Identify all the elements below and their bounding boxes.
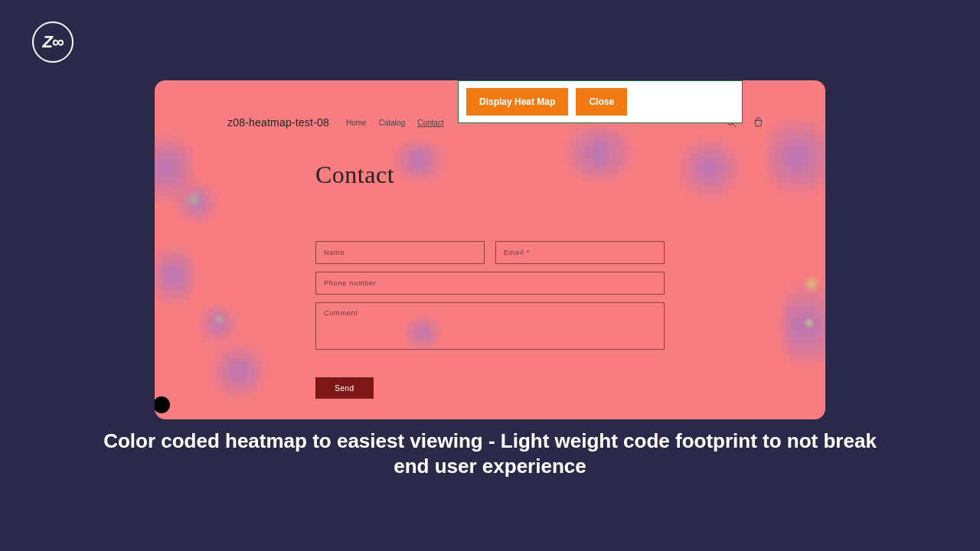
nav-catalog[interactable]: Catalog — [379, 119, 405, 127]
phone-field[interactable]: Phone number — [315, 272, 665, 295]
email-field[interactable]: Email * — [495, 241, 665, 264]
brand-logo-text: Z∞ — [42, 32, 63, 52]
marketing-caption: Color coded heatmap to easiest viewing -… — [0, 429, 980, 478]
svg-line-1 — [733, 124, 736, 127]
site-title: z08-heatmap-test-08 — [227, 116, 329, 129]
comment-field[interactable]: Comment — [315, 302, 665, 350]
heatmap-toolbar: Display Heat Map Close — [458, 80, 743, 123]
name-field[interactable]: Name — [315, 241, 485, 264]
app-screenshot: Display Heat Map Close z08-heatmap-test-… — [155, 80, 825, 419]
nav-contact[interactable]: Contact — [417, 119, 443, 127]
display-heatmap-button[interactable]: Display Heat Map — [466, 88, 568, 116]
nav-home[interactable]: Home — [346, 119, 367, 127]
close-button[interactable]: Close — [576, 88, 627, 116]
contact-form: Name Email * Phone number Comment Send — [315, 241, 665, 399]
accessibility-icon[interactable] — [155, 396, 170, 413]
send-button[interactable]: Send — [315, 377, 374, 399]
cart-icon[interactable] — [753, 117, 764, 129]
page-title: Contact — [315, 161, 394, 189]
brand-logo: Z∞ — [32, 21, 74, 63]
main-nav: Home Catalog Contact — [346, 119, 444, 127]
